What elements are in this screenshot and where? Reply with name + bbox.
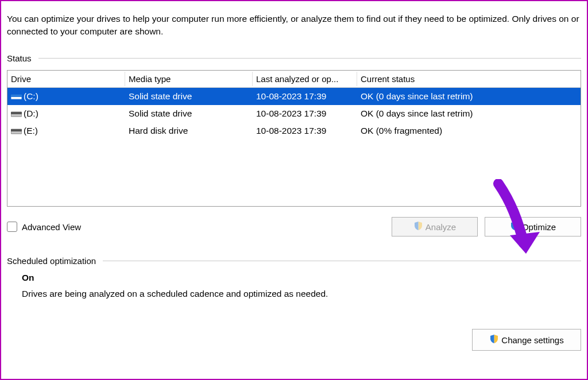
drive-name-cell: (D:) — [7, 108, 125, 119]
drive-row[interactable]: (D:)Solid state drive10-08-2023 17:39OK … — [7, 105, 581, 122]
schedule-description: Drives are being analyzed on a scheduled… — [22, 289, 581, 299]
svg-rect-1 — [11, 95, 22, 97]
drives-table: Drive Media type Last analyzed or op... … — [7, 70, 581, 207]
divider — [38, 58, 581, 59]
analyze-button: Analyze — [392, 217, 478, 236]
drive-row[interactable]: (E:)Hard disk drive10-08-2023 17:39OK (0… — [7, 122, 581, 139]
drive-row[interactable]: (C:)Solid state drive10-08-2023 17:39OK … — [7, 88, 581, 105]
drives-table-header[interactable]: Drive Media type Last analyzed or op... … — [7, 71, 581, 88]
svg-rect-3 — [11, 112, 22, 114]
analyze-button-label: Analyze — [425, 222, 456, 232]
svg-rect-5 — [11, 129, 22, 131]
drive-name: (C:) — [24, 91, 38, 101]
drive-media-cell: Hard disk drive — [125, 126, 253, 136]
drives-table-body: (C:)Solid state drive10-08-2023 17:39OK … — [7, 88, 581, 139]
col-drive-header[interactable]: Drive — [7, 72, 125, 86]
advanced-view-checkbox[interactable] — [7, 222, 17, 232]
change-settings-label: Change settings — [501, 335, 563, 345]
drive-media-cell: Solid state drive — [125, 108, 253, 119]
col-media-header[interactable]: Media type — [125, 72, 253, 86]
optimize-button-label: Optimize — [522, 222, 556, 232]
advanced-view-label: Advanced View — [22, 222, 81, 232]
col-status-header[interactable]: Current status — [357, 72, 581, 86]
drive-status-cell: OK (0% fragmented) — [357, 126, 581, 136]
status-section-header: Status — [7, 53, 581, 63]
drive-name: (E:) — [24, 126, 38, 135]
drive-icon — [11, 128, 22, 134]
schedule-section-label: Scheduled optimization — [7, 256, 96, 266]
drive-media-cell: Solid state drive — [125, 91, 253, 102]
divider — [103, 261, 581, 261]
schedule-block: On Drives are being analyzed on a schedu… — [7, 273, 581, 299]
intro-text: You can optimize your drives to help you… — [7, 6, 581, 37]
drive-last-cell: 10-08-2023 17:39 — [253, 91, 357, 102]
drive-name: (D:) — [24, 108, 38, 118]
optimize-button[interactable]: Optimize — [485, 217, 581, 236]
drive-last-cell: 10-08-2023 17:39 — [253, 108, 357, 119]
drive-last-cell: 10-08-2023 17:39 — [253, 126, 357, 136]
schedule-status: On — [22, 273, 581, 283]
drive-status-cell: OK (0 days since last retrim) — [357, 91, 581, 102]
change-settings-button[interactable]: Change settings — [472, 329, 581, 351]
drive-name-cell: (E:) — [7, 126, 125, 136]
schedule-section-header: Scheduled optimization — [7, 256, 581, 266]
drive-name-cell: (C:) — [7, 91, 125, 102]
shield-icon — [489, 334, 499, 346]
shield-icon — [413, 221, 423, 232]
drive-status-cell: OK (0 days since last retrim) — [357, 108, 581, 119]
advanced-view-toggle[interactable]: Advanced View — [7, 222, 81, 232]
controls-row: Advanced View Analyze Optimize — [7, 217, 581, 236]
drive-icon — [11, 111, 22, 117]
col-last-header[interactable]: Last analyzed or op... — [253, 72, 357, 86]
status-label: Status — [7, 53, 32, 63]
drive-icon — [11, 94, 22, 100]
shield-icon — [510, 221, 520, 232]
